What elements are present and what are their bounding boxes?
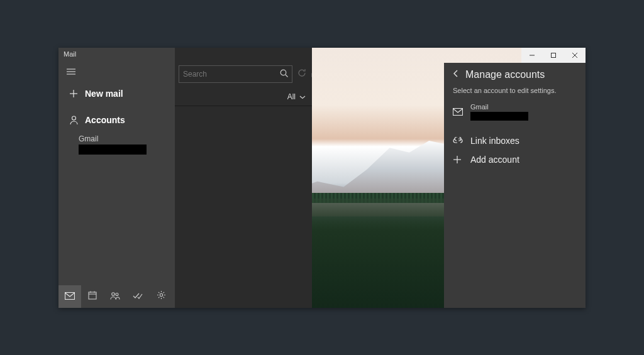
minimize-button[interactable] <box>521 48 543 63</box>
person-icon <box>66 116 81 124</box>
checkmark-icon <box>133 291 143 302</box>
chevron-down-icon <box>299 92 306 101</box>
link-icon <box>453 137 470 145</box>
accounts-label: Accounts <box>85 115 125 125</box>
todo-nav-button[interactable] <box>126 285 149 308</box>
maximize-button[interactable] <box>543 48 564 63</box>
mail-app-window: Mail New mail Accounts Gmail <box>58 48 586 308</box>
manage-account-email-redacted <box>470 112 528 121</box>
hamburger-icon <box>67 66 75 77</box>
svg-rect-7 <box>89 292 96 299</box>
mail-icon <box>65 291 75 302</box>
svg-point-14 <box>280 70 286 75</box>
list-toolbar <box>175 60 312 88</box>
calendar-nav-button[interactable] <box>81 285 104 308</box>
list-divider <box>175 106 312 106</box>
hamburger-menu-button[interactable] <box>58 63 80 80</box>
manage-account-item[interactable]: Gmail <box>453 103 578 121</box>
sidebar-bottom-bar <box>58 285 175 308</box>
sidebar-account-item[interactable]: Gmail <box>58 134 175 155</box>
link-inboxes-button[interactable]: Link inboxes <box>453 136 578 146</box>
manage-title: Manage accounts <box>465 69 545 80</box>
plus-icon <box>66 89 81 98</box>
svg-rect-18 <box>552 53 556 57</box>
message-list-pane: All <box>175 48 312 308</box>
svg-point-5 <box>72 116 75 120</box>
new-mail-button[interactable]: New mail <box>58 83 175 104</box>
svg-point-12 <box>116 293 118 295</box>
mail-icon <box>453 108 470 116</box>
link-inboxes-label: Link inboxes <box>470 136 519 146</box>
gear-icon <box>157 290 166 302</box>
sidebar: Mail New mail Accounts Gmail <box>58 48 175 308</box>
account-name: Gmail <box>79 134 175 143</box>
new-mail-label: New mail <box>85 89 123 99</box>
account-text-block: Gmail <box>470 103 528 121</box>
search-icon <box>280 68 288 80</box>
accounts-header[interactable]: Accounts <box>58 109 175 131</box>
svg-point-13 <box>160 293 162 296</box>
close-button[interactable] <box>564 48 586 63</box>
svg-point-11 <box>112 292 115 295</box>
calendar-icon <box>88 291 97 302</box>
people-nav-button[interactable] <box>104 285 126 308</box>
search-box[interactable] <box>179 65 292 83</box>
add-account-button[interactable]: Add account <box>453 155 578 165</box>
manage-header: Manage accounts <box>453 69 578 80</box>
svg-line-15 <box>286 75 288 77</box>
add-account-label: Add account <box>470 155 519 165</box>
app-title: Mail <box>58 48 175 60</box>
manage-description: Select an account to edit settings. <box>453 87 578 94</box>
sync-button[interactable] <box>297 67 306 81</box>
plus-icon <box>453 155 470 164</box>
settings-button[interactable] <box>150 285 172 308</box>
window-controls <box>521 48 586 63</box>
filter-label: All <box>287 92 296 101</box>
manage-accounts-panel: Manage accounts Select an account to edi… <box>444 63 586 308</box>
search-input[interactable] <box>183 70 277 79</box>
filter-dropdown[interactable]: All <box>175 88 312 106</box>
refresh-icon <box>297 68 306 80</box>
manage-account-name: Gmail <box>470 103 528 111</box>
mail-nav-button[interactable] <box>58 285 81 308</box>
back-button[interactable] <box>453 69 459 80</box>
people-icon <box>110 291 120 302</box>
account-email-redacted <box>79 145 147 155</box>
